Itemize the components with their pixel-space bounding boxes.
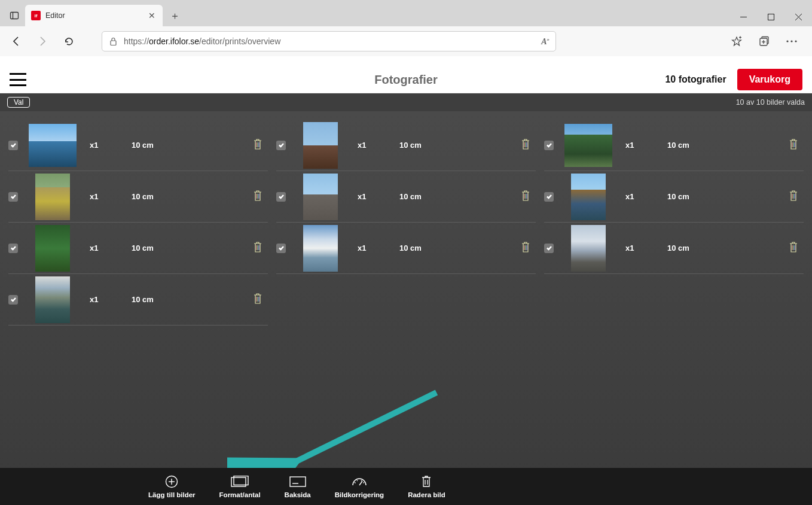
thumbnail[interactable] <box>35 174 70 220</box>
thumbnail[interactable] <box>35 225 70 272</box>
app-header: Fotografier 10 fotografier Varukorg <box>0 66 812 93</box>
trash-icon[interactable] <box>520 138 531 153</box>
thumbnail[interactable] <box>303 174 338 220</box>
window-controls <box>729 7 812 26</box>
checkbox[interactable] <box>276 192 286 202</box>
size: 10 cm <box>132 141 215 150</box>
forward-button <box>31 30 54 53</box>
format-button[interactable]: Format/antal <box>219 475 261 498</box>
close-window-button[interactable] <box>784 7 812 26</box>
svg-line-54 <box>355 482 356 483</box>
selection-button[interactable]: Val <box>7 97 30 108</box>
photo-grid: x110 cmx110 cmx110 cmx110 cmx110 cmx110 … <box>0 111 812 505</box>
address-bar[interactable]: https://order.ifolor.se/editor/prints/ov… <box>102 31 556 51</box>
page-title: Fotografier <box>374 73 438 87</box>
backside-icon <box>289 475 306 488</box>
checkbox[interactable] <box>8 244 18 253</box>
quantity: x1 <box>358 141 393 150</box>
tab-actions-icon[interactable] <box>4 5 25 26</box>
thumbnail[interactable] <box>571 174 606 220</box>
url-bar-row: https://order.ifolor.se/editor/prints/ov… <box>0 26 812 56</box>
svg-line-55 <box>357 480 358 481</box>
quantity: x1 <box>358 192 393 201</box>
reader-icon[interactable]: A» <box>541 36 550 47</box>
refresh-button[interactable] <box>57 30 80 53</box>
checkbox[interactable] <box>544 192 554 202</box>
photo-row: x110 cm <box>8 223 268 274</box>
svg-point-12 <box>786 40 788 42</box>
thumbnail[interactable] <box>29 124 77 167</box>
thumbnail[interactable] <box>564 124 612 167</box>
quantity: x1 <box>625 141 661 150</box>
photo-row: x110 cm <box>8 274 268 325</box>
trash-icon[interactable] <box>252 189 263 205</box>
collections-button[interactable] <box>752 30 776 53</box>
trash-icon[interactable] <box>520 241 531 256</box>
photo-row: x110 cm <box>8 171 268 223</box>
format-icon <box>231 475 249 488</box>
checkbox[interactable] <box>8 295 18 305</box>
size: 10 cm <box>667 141 751 150</box>
menu-button[interactable] <box>10 73 26 86</box>
checkbox[interactable] <box>544 141 554 150</box>
new-tab-button[interactable]: ＋ <box>165 6 184 25</box>
svg-point-13 <box>790 40 792 42</box>
quantity: x1 <box>90 192 126 201</box>
add-images-button[interactable]: Lägg till bilder <box>148 475 196 498</box>
close-icon[interactable]: ✕ <box>147 11 157 20</box>
checkbox[interactable] <box>544 244 554 253</box>
quantity: x1 <box>90 141 126 150</box>
gauge-icon <box>352 475 367 488</box>
maximize-button[interactable] <box>757 7 784 26</box>
checkbox[interactable] <box>8 141 18 150</box>
checkbox[interactable] <box>276 141 286 150</box>
svg-rect-51 <box>290 477 306 486</box>
favorites-button[interactable] <box>725 30 749 53</box>
photo-row: x110 cm <box>544 223 804 274</box>
svg-line-56 <box>361 480 362 481</box>
lock-icon <box>108 37 118 46</box>
svg-point-14 <box>795 40 796 42</box>
thumbnail[interactable] <box>571 225 606 272</box>
trash-icon[interactable] <box>788 241 799 256</box>
thumbnail[interactable] <box>35 276 70 323</box>
quantity: x1 <box>90 295 126 304</box>
quantity: x1 <box>625 244 661 252</box>
photo-row: x110 cm <box>544 120 804 171</box>
trash-icon[interactable] <box>520 189 531 205</box>
photo-row: x110 cm <box>276 171 536 223</box>
checkbox[interactable] <box>8 192 18 202</box>
browser-tab[interactable]: if Editor ✕ <box>25 5 163 26</box>
quantity: x1 <box>358 244 393 252</box>
checkbox[interactable] <box>276 244 286 253</box>
size: 10 cm <box>132 295 215 304</box>
svg-rect-0 <box>11 13 19 19</box>
size: 10 cm <box>667 244 751 252</box>
delete-button[interactable]: Radera bild <box>408 475 445 498</box>
correction-button[interactable]: Bildkorrigering <box>335 475 384 498</box>
trash-icon[interactable] <box>788 189 799 205</box>
bottom-toolbar: Lägg till bilder Format/antal Baksida Bi… <box>0 468 812 505</box>
trash-icon <box>421 475 432 488</box>
backside-button[interactable]: Baksida <box>285 475 311 498</box>
trash-icon[interactable] <box>788 138 799 153</box>
more-button[interactable] <box>780 30 804 53</box>
plus-circle-icon <box>165 475 178 488</box>
quantity: x1 <box>90 244 126 252</box>
trash-icon[interactable] <box>252 241 263 256</box>
size: 10 cm <box>399 141 483 150</box>
trash-icon[interactable] <box>252 292 263 308</box>
tab-strip: if Editor ✕ ＋ <box>0 0 812 26</box>
url-text: https://order.ifolor.se/editor/prints/ov… <box>124 36 535 46</box>
back-button[interactable] <box>5 30 28 53</box>
favicon-icon: if <box>31 11 41 20</box>
size: 10 cm <box>399 192 483 201</box>
cart-button[interactable]: Varukorg <box>737 69 802 90</box>
thumbnail[interactable] <box>303 122 338 169</box>
trash-icon[interactable] <box>252 138 263 153</box>
thumbnail[interactable] <box>303 225 338 272</box>
minimize-button[interactable] <box>729 7 757 26</box>
browser-chrome: if Editor ✕ ＋ https://order.ifolor.se/ed… <box>0 0 812 66</box>
size: 10 cm <box>132 244 215 252</box>
svg-line-53 <box>359 481 362 485</box>
